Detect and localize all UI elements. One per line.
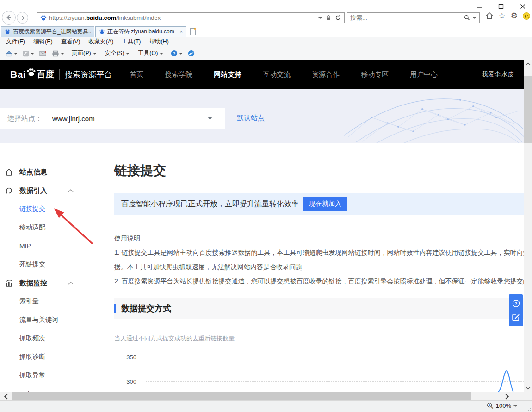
sidebar-subitem[interactable]: 索引量	[0, 292, 83, 311]
floating-help-widget: ?	[509, 294, 523, 326]
scroll-right-arrow[interactable]	[501, 392, 513, 400]
site-nav-item[interactable]: 搜索学院	[165, 70, 192, 79]
horizontal-scroll-thumb[interactable]	[12, 392, 471, 400]
settings-gear-icon[interactable]: ⚙	[511, 12, 518, 20]
close-button[interactable]	[518, 2, 527, 11]
command-button[interactable]: 工具(O)	[134, 49, 167, 58]
usage-line: 据。本工具可加快爬虫抓取速度，无法解决网站内容是否收录问题	[114, 260, 524, 274]
command-label-buttons: 页面(P)安全(S)工具(O)	[68, 49, 167, 58]
search-box	[347, 12, 480, 23]
scroll-down-arrow[interactable]	[524, 384, 532, 392]
data-monitor-children: 索引量流量与关键词抓取频次抓取诊断抓取异常Robots	[0, 292, 83, 392]
zoom-level: 100%	[496, 402, 511, 409]
sidebar-item-site-info[interactable]: 站点信息	[0, 163, 83, 181]
horizontal-scrollbar[interactable]	[0, 392, 524, 400]
tab-baidu-platform[interactable]: 百度搜索资源平台_让网站更具...	[1, 26, 94, 37]
submission-chart: 350 300	[114, 351, 524, 392]
command-button[interactable]: 安全(S)	[101, 49, 134, 58]
maximize-button[interactable]	[496, 2, 506, 11]
sidebar-item-data-import[interactable]: 数据引入	[0, 181, 83, 200]
back-arrow-icon	[5, 14, 12, 21]
sidebar-subitem[interactable]: 流量与关键词	[0, 311, 83, 329]
menu-item[interactable]: 查看(V)	[57, 37, 85, 47]
logo-text: 百度	[37, 68, 54, 80]
read-mail-button[interactable]	[37, 50, 49, 57]
site-selector-dropdown[interactable]: 选择站点： www.jlnrj.com	[0, 108, 225, 129]
baidu-logo[interactable]: Bai 百度	[10, 68, 54, 80]
chevron-up-icon[interactable]	[68, 189, 74, 192]
sidebar-subitem[interactable]: 抓取异常	[0, 366, 83, 385]
scrollbar-corner	[524, 392, 532, 400]
dropdown-caret-icon	[14, 53, 18, 55]
scroll-left-arrow[interactable]	[0, 392, 12, 400]
feedback-smiley-icon[interactable]	[523, 12, 530, 20]
site-nav-item[interactable]: 网站支持	[214, 70, 241, 79]
default-site-link[interactable]: 默认站点	[237, 114, 265, 123]
sidebar-subitem[interactable]: 抓取频次	[0, 329, 83, 348]
menu-item[interactable]: 编辑(E)	[29, 37, 57, 47]
help-button[interactable]: ?	[169, 49, 185, 58]
scroll-up-arrow[interactable]	[524, 60, 532, 68]
search-input[interactable]	[347, 14, 464, 21]
dropdown-caret-icon	[31, 53, 34, 55]
help-question-icon[interactable]: ?	[512, 299, 520, 308]
page-title: 链接提交	[114, 162, 524, 179]
menu-bar: 文件(F)编辑(E)查看(V)收藏夹(A)工具(T)帮助(H)	[0, 37, 532, 47]
username[interactable]: 我爱李水皮	[482, 70, 514, 79]
favorites-star-icon[interactable]: ☆	[499, 12, 506, 20]
search-dropdown-caret-icon[interactable]	[473, 17, 476, 19]
page-body: 站点信息 数据引入 链接提交移动适配MIP死链提交	[0, 143, 524, 392]
join-now-button[interactable]: 现在就加入	[303, 197, 347, 211]
sidebar-subitem[interactable]: 死链提交	[0, 255, 83, 274]
menu-item[interactable]: 文件(F)	[2, 37, 29, 47]
command-button[interactable]: 页面(P)	[68, 49, 101, 58]
vertical-scroll-thumb[interactable]	[524, 76, 532, 143]
sidebar-subitem[interactable]: Robots	[0, 385, 83, 392]
usage-line: 2. 百度搜索资源平台为站长提供链接提交通道，您可以提交想被百度收录的链接，百度…	[114, 274, 524, 289]
gridline	[146, 357, 524, 357]
home-page-button[interactable]	[4, 49, 19, 58]
menu-item[interactable]: 帮助(H)	[145, 37, 173, 47]
forward-button[interactable]	[17, 12, 28, 24]
site-nav-item[interactable]: 用户中心	[410, 70, 438, 79]
sidebar-item-label: 数据引入	[19, 186, 47, 195]
resize-grip[interactable]	[526, 406, 531, 411]
menu-item[interactable]: 收藏夹(A)	[84, 37, 118, 47]
address-bar[interactable]: https://ziyuan.baidu.com/linksubmit/inde…	[37, 12, 345, 23]
usage-heading: 使用说明	[114, 231, 524, 246]
print-button[interactable]	[50, 49, 66, 58]
site-nav-item[interactable]: 移动专区	[361, 70, 389, 79]
feedback-edit-icon[interactable]	[512, 313, 520, 321]
tab-active-waiting[interactable]: 正在等待 ziyuan.baidu.com ×	[95, 26, 186, 37]
dropdown-caret-icon	[126, 53, 130, 55]
url-scheme: https://ziyuan.	[49, 14, 86, 21]
search-magnifier-icon[interactable]	[464, 15, 470, 21]
menu-item[interactable]: 工具(T)	[118, 37, 145, 47]
logo-text: Bai	[10, 69, 26, 80]
new-tab-button[interactable]: ✦	[187, 26, 198, 37]
zoom-control[interactable]: 100%	[487, 402, 517, 409]
address-dropdown-caret-icon[interactable]	[318, 17, 322, 19]
tab-close-icon[interactable]: ×	[180, 29, 183, 34]
addon-swirl-button[interactable]	[186, 49, 197, 58]
platform-name: 搜索资源平台	[65, 69, 112, 80]
back-button[interactable]	[2, 11, 16, 25]
site-nav-item[interactable]: 首页	[130, 70, 143, 79]
site-nav: 首页搜索学院网站支持互动交流资源合作移动专区用户中心	[130, 70, 438, 79]
home-icon[interactable]	[485, 12, 494, 20]
sidebar-item-data-monitor[interactable]: 数据监控	[0, 274, 83, 292]
minimize-button[interactable]	[475, 2, 484, 11]
feeds-button[interactable]	[21, 49, 36, 58]
home-icon	[4, 168, 14, 176]
site-nav-item[interactable]: 互动交流	[263, 70, 291, 79]
vertical-scrollbar[interactable]	[524, 60, 532, 392]
chevron-up-icon[interactable]	[68, 282, 74, 285]
site-nav-item[interactable]: 资源合作	[312, 70, 340, 79]
new-tab-spark-icon: ✦	[193, 27, 197, 31]
sidebar-subitem[interactable]: 抓取诊断	[0, 348, 83, 366]
baidu-favicon	[40, 15, 47, 21]
browser-quick-icons: ☆ ⚙	[485, 12, 531, 20]
y-axis-tick: 300	[114, 378, 136, 385]
import-arrow-icon	[4, 186, 14, 195]
refresh-icon[interactable]	[335, 15, 341, 21]
